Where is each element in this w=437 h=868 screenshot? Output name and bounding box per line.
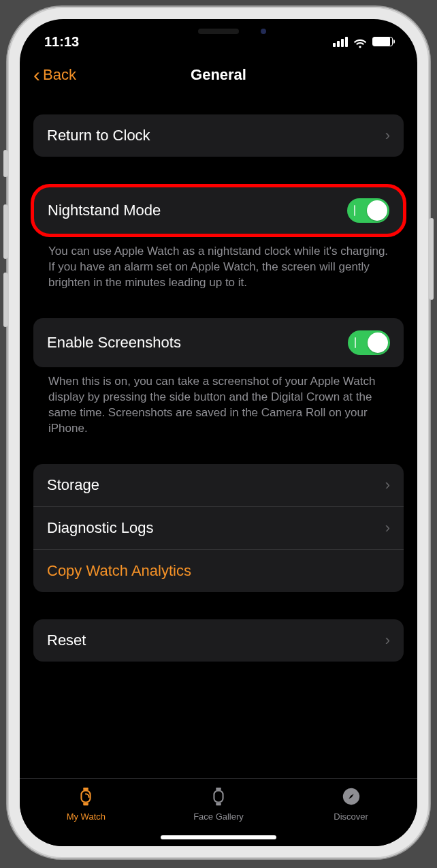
battery-icon <box>372 37 393 46</box>
tab-label: Discover <box>334 811 368 822</box>
compass-icon <box>340 786 362 807</box>
power-button <box>430 218 434 300</box>
volume-up-button <box>3 204 7 259</box>
row-diagnostic-logs[interactable]: Diagnostic Logs › <box>33 506 404 549</box>
row-return-to-clock[interactable]: Return to Clock › <box>33 114 404 157</box>
status-time: 11:13 <box>44 34 79 50</box>
svg-rect-1 <box>84 788 89 790</box>
svg-rect-5 <box>216 803 221 805</box>
chevron-right-icon: › <box>385 476 390 494</box>
page-title: General <box>20 66 417 84</box>
tab-my-watch[interactable]: My Watch <box>42 786 130 822</box>
row-label: Nightstand Mode <box>48 202 161 219</box>
chevron-left-icon: ‹ <box>33 65 40 85</box>
mute-switch <box>3 150 7 177</box>
row-label: Diagnostic Logs <box>47 519 154 537</box>
group-return: Return to Clock › <box>33 114 404 157</box>
tab-discover[interactable]: Discover <box>307 786 395 822</box>
group-screenshots: Enable Screenshots <box>33 318 404 367</box>
tab-label: My Watch <box>67 811 106 822</box>
cellular-icon <box>333 37 348 47</box>
row-copy-watch-analytics[interactable]: Copy Watch Analytics <box>33 549 404 592</box>
watch-outline-icon <box>208 786 229 807</box>
screenshots-toggle[interactable] <box>348 330 390 355</box>
nightstand-footnote: You can use Apple Watch as a nightstand … <box>33 237 404 291</box>
row-storage[interactable]: Storage › <box>33 464 404 506</box>
group-nightstand: Nightstand Mode <box>31 184 406 237</box>
row-label: Reset <box>47 632 86 649</box>
home-indicator[interactable] <box>161 835 276 839</box>
row-label: Enable Screenshots <box>47 334 181 352</box>
back-label: Back <box>43 66 76 84</box>
nav-bar: ‹ Back General <box>20 56 417 94</box>
row-label: Storage <box>47 476 99 494</box>
screen: 11:13 ‹ Back General Return to Clock <box>20 19 417 846</box>
row-label: Copy Watch Analytics <box>47 562 191 580</box>
svg-rect-3 <box>214 791 223 803</box>
nightstand-toggle[interactable] <box>347 198 389 223</box>
chevron-right-icon: › <box>385 632 390 649</box>
tab-face-gallery[interactable]: Face Gallery <box>174 786 263 822</box>
chevron-right-icon: › <box>385 127 390 144</box>
settings-list[interactable]: Return to Clock › Nightstand Mode You ca… <box>20 94 417 778</box>
group-storage: Storage › Diagnostic Logs › Copy Watch A… <box>33 464 404 592</box>
row-label: Return to Clock <box>47 127 150 144</box>
group-reset: Reset › <box>33 619 404 662</box>
row-nightstand-mode[interactable]: Nightstand Mode <box>34 187 403 234</box>
watch-icon <box>75 786 97 807</box>
back-button[interactable]: ‹ Back <box>33 65 76 85</box>
svg-rect-2 <box>84 803 89 805</box>
notch <box>133 19 304 44</box>
phone-frame: 11:13 ‹ Back General Return to Clock <box>7 7 430 858</box>
screenshots-footnote: When this is on, you can take a screensh… <box>33 367 404 437</box>
svg-rect-4 <box>216 788 221 790</box>
wifi-icon <box>353 36 367 47</box>
status-right <box>333 36 393 47</box>
volume-down-button <box>3 273 7 327</box>
chevron-right-icon: › <box>385 519 390 537</box>
row-reset[interactable]: Reset › <box>33 619 404 662</box>
row-enable-screenshots[interactable]: Enable Screenshots <box>33 318 404 367</box>
tab-label: Face Gallery <box>193 811 244 822</box>
